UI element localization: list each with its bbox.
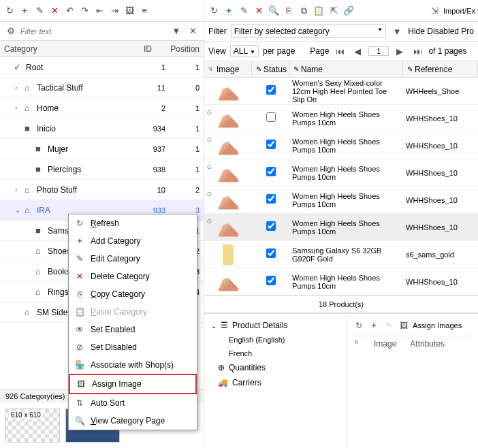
product-row[interactable]: G Women High Heels Shoes Pumps 10cm WHHS… [204,187,478,214]
collapse-icon[interactable]: ⌄ [211,322,217,330]
col-category[interactable]: Category [4,44,118,54]
col-status[interactable]: Status [264,65,287,74]
filter-select[interactable]: Filter by selected category ▼ [231,25,387,38]
lang-french[interactable]: French [208,347,342,360]
search-icon[interactable]: 🔍 [267,4,281,18]
status-checkbox[interactable] [266,85,276,95]
attr-attributes-col[interactable]: Attributes [410,339,445,349]
status-checkbox[interactable] [266,167,276,176]
refresh-icon[interactable]: ↻ [207,4,221,18]
ctx-assign-image[interactable]: 🖼Assign Image [69,374,197,394]
refresh-icon[interactable]: ↻ [353,319,365,332]
ctx-associate-with-shop-s-[interactable]: 🏪Associate with Shop(s) [69,356,197,374]
ctx-set-disabled[interactable]: ⊘Set Disabled [69,338,197,356]
tree-row[interactable]: › ⌂ Photo Stuff 10 2 [0,180,204,200]
funnel-icon[interactable]: ▼ [170,25,183,38]
carriers-item[interactable]: Carriers [232,378,261,387]
hide-disabled-label[interactable]: Hide Disabled Pro [408,27,474,36]
ctx-icon: 🔍 [74,416,85,426]
col-position[interactable]: Position [152,44,200,54]
indent-icon[interactable]: ⇤ [93,4,106,18]
delete-icon[interactable]: ✕ [252,4,266,18]
filter-input[interactable] [20,27,167,35]
refresh-icon[interactable]: ↻ [3,4,16,18]
product-thumbnail [204,244,252,265]
last-page-icon[interactable]: ⏭ [411,44,424,58]
tree-row[interactable]: › ⌂ Home 2 1 [0,98,204,118]
edit-icon[interactable]: ✎ [33,4,46,18]
thumbnail[interactable]: 610 x 610 [5,409,60,443]
product-row[interactable]: Women High Heels Shoes Pumps 10cm WHHSho… [204,268,478,295]
product-row[interactable]: G Women High Heels Shoes Pumps 10cm WHHS… [204,214,478,241]
add-icon[interactable]: + [18,4,31,18]
redo-icon[interactable]: ↷ [78,4,91,18]
add-icon[interactable]: + [222,4,236,18]
col-name[interactable]: Name [301,65,323,74]
image-icon[interactable]: 🖼 [123,4,136,18]
link-icon[interactable]: 🔗 [342,4,355,18]
tree-row[interactable]: › ⌂ Tactical Stuff 11 0 [0,78,204,98]
filter-clear-icon[interactable]: ▼ [390,25,404,38]
product-details-title[interactable]: Product Details [232,321,287,330]
outdent-icon[interactable]: ⇥ [108,4,121,18]
undo-icon[interactable]: ↶ [63,4,76,18]
chevron-icon[interactable]: › [15,186,25,193]
chevron-icon[interactable]: ⌄ [15,206,25,214]
page-input[interactable] [368,46,389,56]
col-reference[interactable]: Reference [415,65,452,74]
attr-image-col[interactable]: Image [374,339,396,349]
ctx-edit-category[interactable]: ✎Edit Category [69,250,197,268]
edit-icon[interactable]: ✎ [237,4,251,18]
ctx-view-category-page[interactable]: 🔍View Category Page [69,412,197,430]
product-row[interactable]: Samsung Galaxy S6 32GB G920F Gold s6_sam… [204,241,478,268]
export-icon[interactable]: ⇱ [327,4,340,18]
chevron-icon[interactable]: › [15,84,25,91]
product-row[interactable]: G Women High Heels Shoes Pumps 10cm WHHS… [204,132,478,159]
tree-row[interactable]: ✓ Root 1 1 [0,57,204,78]
view-label: View [208,46,226,56]
clone-icon[interactable]: ⧉ [297,4,310,18]
copy-icon[interactable]: ⎘ [282,4,296,18]
col-image[interactable]: Image [217,65,239,74]
list-icon[interactable]: ≡ [138,4,151,18]
product-row[interactable]: G Women High Heels Shoes Pumps 10cm WHHS… [204,105,478,132]
status-checkbox[interactable] [266,249,276,258]
ctx-refresh[interactable]: ↻Refresh [69,214,197,232]
ctx-set-enabled[interactable]: 👁Set Enabled [69,321,197,338]
import-export-label[interactable]: Import/Ex [443,7,475,15]
ctx-delete-category[interactable]: ✕Delete Category [69,268,197,285]
quantities-item[interactable]: Quantities [229,363,266,372]
lang-english[interactable]: English (English) [208,333,342,347]
view-all-select[interactable]: ALL ▼ [230,45,259,57]
chevron-icon[interactable]: › [15,104,25,112]
status-checkbox[interactable] [266,194,276,204]
next-page-icon[interactable]: ▶ [393,44,407,58]
assign-images-label[interactable]: Assign Images [413,321,462,330]
tree-id: 2 [131,104,165,112]
clear-filter-icon[interactable]: ✕ [186,25,200,38]
ctx-copy-category[interactable]: ⎘Copy Category [69,285,197,303]
import-icon[interactable]: ⇲ [428,4,442,18]
gear-icon[interactable]: ⚙ [4,25,18,38]
col-id[interactable]: ID [118,44,152,54]
product-list[interactable]: Women's Sexy Mixed-color 12cm High Heel … [204,78,478,295]
delete-icon[interactable]: ✕ [48,4,61,18]
first-page-icon[interactable]: ⏮ [333,44,347,58]
ctx-auto-sort[interactable]: ⇅Auto Sort [69,394,197,412]
ctx-add-category[interactable]: +Add Category [69,232,197,250]
status-checkbox[interactable] [266,112,276,122]
product-row[interactable]: Women's Sexy Mixed-color 12cm High Heel … [204,78,478,105]
add-icon[interactable]: + [368,319,380,332]
image-icon[interactable]: 🖼 [398,319,410,332]
tree-id: 934 [131,125,165,133]
edit-icon[interactable]: ✎ [383,319,395,332]
product-row[interactable]: G Women High Heels Shoes Pumps 10cm WHHS… [204,159,478,187]
status-checkbox[interactable] [266,221,276,231]
status-checkbox[interactable] [266,276,276,285]
tree-row[interactable]: ■ Mujer 937 1 [0,139,204,159]
paste-icon[interactable]: 📋 [312,4,325,18]
tree-row[interactable]: ■ Inicio 934 1 [0,118,204,139]
tree-row[interactable]: ■ Piercings 938 1 [0,159,204,180]
prev-page-icon[interactable]: ◀ [351,44,364,58]
status-checkbox[interactable] [266,140,276,149]
